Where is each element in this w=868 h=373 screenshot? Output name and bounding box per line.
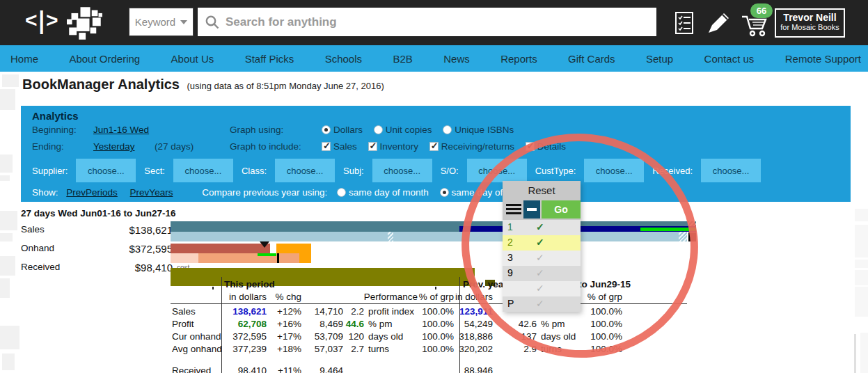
nav-item-about-us[interactable]: About Us (171, 53, 214, 65)
orders-list-icon[interactable] (674, 11, 695, 35)
custtype-filter-label: CustType: (535, 166, 576, 176)
nav-item-schools[interactable]: Schools (325, 53, 362, 65)
analytics-panel: Analytics Beginning: Jun1-16 Wed Graph u… (21, 106, 851, 202)
search-input[interactable] (226, 15, 656, 29)
nav-item-b2b[interactable]: B2B (393, 53, 412, 65)
background-artifact (0, 175, 10, 181)
onhand-bar-salmon (198, 253, 299, 263)
nav-item-setup[interactable]: Setup (646, 53, 673, 65)
onhand-bar-pale (171, 253, 198, 263)
subj-choose-button[interactable]: choose... (372, 159, 432, 182)
period-option-3[interactable]: 3 ✓ (503, 251, 581, 266)
summary-sales-value: $138,621 (82, 224, 173, 236)
sales-bar-light-hatch-mid (388, 232, 393, 241)
cart-count-badge: 66 (750, 3, 773, 18)
period-option-2[interactable]: 2 ✓ (503, 235, 581, 251)
col-performance: Performance (334, 292, 418, 302)
checkbox-inventory-icon (368, 142, 377, 151)
keyword-dropdown-label: Keyword (135, 16, 175, 28)
radio-same-day-of-month[interactable]: same day of month (337, 187, 429, 198)
table-row: Profit 62,708 +16% 8,469 44.6 % pm 100.0… (171, 319, 700, 331)
beginning-date-link[interactable]: Jun1-16 Wed (93, 125, 149, 135)
background-artifact (860, 333, 868, 373)
nav-item-about-ordering[interactable]: About Ordering (69, 53, 140, 65)
summary-period: 27 days Wed Jun01-16 to Jun27-16 (21, 208, 176, 219)
keyword-dropdown[interactable]: Keyword (129, 8, 194, 36)
period-option-p[interactable]: P ✓ (503, 296, 581, 312)
radio-unit-copies-icon (374, 125, 383, 134)
checkbox-inventory[interactable]: Inventory (368, 141, 419, 152)
background-artifact (855, 270, 868, 285)
page-title: BookManager Analytics (22, 77, 180, 92)
checkbox-details[interactable]: Details (526, 141, 566, 152)
check-icon: ✓ (536, 267, 544, 278)
period-option-9[interactable]: 9 ✓ (503, 266, 581, 281)
background-artifact (2, 354, 15, 370)
sales-bar-light (171, 232, 679, 241)
nav-item-contact-us[interactable]: Contact us (704, 53, 755, 65)
checkbox-sales[interactable]: Sales (322, 141, 357, 152)
brand-brackets-logo[interactable]: <|> (25, 8, 59, 32)
sect-choose-button[interactable]: choose... (173, 159, 233, 182)
check-icon: ✓ (536, 298, 544, 309)
sales-bar-light-hatch-end (679, 232, 687, 241)
radio-same-day-of-month-icon (337, 188, 346, 197)
check-icon: ✓ (536, 252, 544, 263)
received-filter-label: Received: (652, 166, 693, 176)
class-choose-button[interactable]: choose... (275, 159, 335, 182)
search-icon (205, 15, 220, 30)
onhand-gain-green (258, 253, 276, 256)
go-button[interactable]: Go (542, 200, 581, 219)
chevron-down-icon (180, 20, 187, 24)
period-option-blank[interactable]: ✓ (503, 281, 581, 296)
radio-dollars-icon (322, 125, 331, 134)
background-artifact (0, 154, 13, 173)
checkbox-sales-icon (322, 142, 331, 151)
nav-item-home[interactable]: Home (10, 53, 38, 65)
check-icon: ✓ (536, 237, 544, 248)
supplier-choose-button[interactable]: choose... (76, 159, 136, 182)
ending-label: Ending: (32, 141, 64, 152)
radio-dollars[interactable]: Dollars (322, 125, 363, 135)
dropdown-controls: Go (503, 199, 581, 220)
reset-button[interactable]: Reset (503, 181, 581, 199)
checkbox-receiving-returns[interactable]: Receiving/returns (429, 141, 514, 152)
background-artifact (0, 211, 17, 230)
background-artifact (2, 74, 19, 87)
nav-item-remote-support[interactable]: Remote Support (785, 53, 861, 65)
pencil-edit-icon[interactable] (706, 10, 732, 35)
minus-icon (527, 208, 537, 211)
nav-item-news[interactable]: News (443, 53, 470, 65)
table-row: Avg onhand 377,239 +18% 57,037 2.7 turns… (171, 344, 700, 356)
sales-bar-gain-green (640, 228, 696, 231)
period-selector-dropdown: Reset Go 1 ✓ 2 ✓ 3 ✓ 9 ✓ ✓ P ✓ (503, 181, 581, 312)
prev-periods-link[interactable]: PrevPeriods (66, 187, 118, 198)
prev-years-link[interactable]: PrevYears (130, 187, 173, 198)
radio-unique-isbns[interactable]: Unique ISBNs (443, 125, 514, 135)
check-icon: ✓ (536, 283, 544, 294)
class-filter-label: Class: (242, 166, 267, 176)
so-choose-button[interactable]: choose... (467, 159, 527, 182)
period-option-1[interactable]: 1 ✓ (503, 220, 581, 235)
user-account-button[interactable]: Trevor Neill for Mosaic Books (775, 8, 845, 38)
background-artifact (0, 256, 15, 276)
menu-hamburger-icon[interactable] (506, 204, 521, 215)
summary-onhand-value: $372,595 (82, 243, 173, 255)
prev-col-pct-of-grp: % of grp (578, 292, 622, 302)
sect-filter-label: Sect: (144, 166, 165, 176)
pixel-cluster-logo-icon[interactable] (67, 6, 103, 40)
custtype-choose-button[interactable]: choose... (584, 159, 644, 182)
minus-button[interactable] (523, 200, 540, 219)
supplier-filter-label: Supplier: (32, 166, 68, 176)
nav-item-staff-picks[interactable]: Staff Picks (245, 53, 294, 65)
user-subtitle: for Mosaic Books (776, 23, 844, 32)
nav-item-reports[interactable]: Reports (500, 53, 537, 65)
nav-item-gift-cards[interactable]: Gift Cards (568, 53, 615, 65)
summary-onhand-label: Onhand (21, 243, 54, 253)
radio-unit-copies[interactable]: Unit copies (374, 125, 432, 135)
ending-date-link[interactable]: Yesterday (93, 141, 135, 152)
compare-label: Compare previous year using: (202, 187, 327, 198)
received-choose-button[interactable]: choose... (701, 159, 761, 182)
panel-title: Analytics (32, 110, 79, 122)
summary-received-label: Received (21, 262, 60, 272)
